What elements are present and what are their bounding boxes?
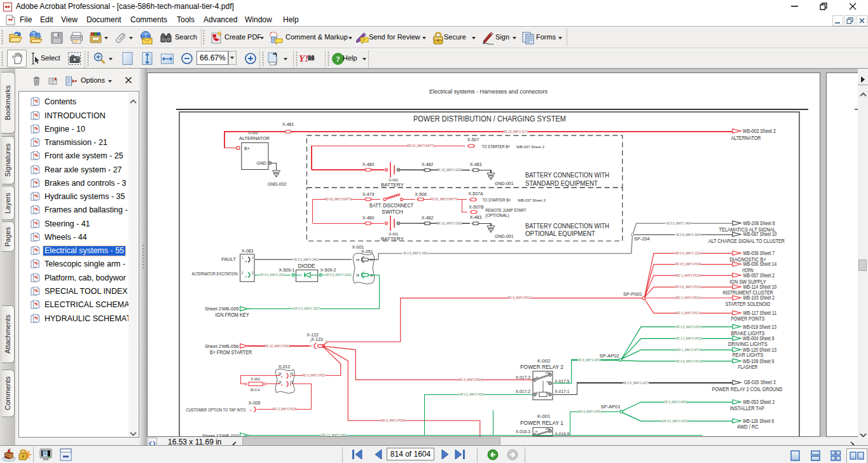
svg-text:ALTERNATOR: ALTERNATOR bbox=[731, 134, 761, 141]
svg-text:WB-019 Sheet 13: WB-019 Sheet 13 bbox=[743, 324, 776, 330]
svg-text:RD 32_MM^2 P002: RD 32_MM^2 P002 bbox=[265, 345, 290, 348]
svg-text:WB-010: WB-010 bbox=[221, 433, 238, 437]
svg-text:1: 1 bbox=[252, 256, 254, 259]
svg-text:X-005: X-005 bbox=[249, 401, 261, 405]
svg-text:X-479: X-479 bbox=[362, 192, 375, 197]
svg-text:RD 8_MM^2 P005: RD 8_MM^2 P005 bbox=[381, 419, 405, 422]
svg-text:87: 87 bbox=[547, 381, 549, 384]
svg-text:X-017-2: X-017-2 bbox=[516, 389, 531, 394]
svg-text:REMOTE JUMP START: REMOTE JUMP START bbox=[485, 208, 526, 212]
svg-text:30: 30 bbox=[535, 431, 538, 433]
svg-text:GND-001: GND-001 bbox=[495, 234, 514, 238]
svg-text:B+ FROM STARTER: B+ FROM STARTER bbox=[210, 349, 252, 356]
svg-text:OR 0.5_MM^2 4004: OR 0.5_MM^2 4004 bbox=[458, 393, 485, 396]
svg-text:RD 2_MM^2 P014: RD 2_MM^2 P014 bbox=[676, 296, 700, 300]
svg-text:TO STARTER B+: TO STARTER B+ bbox=[483, 198, 511, 202]
svg-text:WB-037 Sheet 2: WB-037 Sheet 2 bbox=[518, 198, 546, 202]
svg-text:OR 5_MM^2 AP52: OR 5_MM^2 AP52 bbox=[663, 401, 687, 404]
svg-text:SP-204: SP-204 bbox=[634, 236, 650, 242]
svg-text:OPTIONAL EQUIPMENT: OPTIONAL EQUIPMENT bbox=[525, 230, 596, 237]
svg-text:WB-067 Sheet 10: WB-067 Sheet 10 bbox=[743, 231, 777, 237]
svg-text:X-482: X-482 bbox=[422, 216, 434, 220]
svg-text:30.0 A: 30.0 A bbox=[250, 388, 260, 392]
svg-text:YE 0.5_MM^2 3402: YE 0.5_MM^2 3402 bbox=[403, 252, 429, 255]
svg-text:X-509-2: X-509-2 bbox=[320, 268, 336, 272]
svg-text:2: 2 bbox=[252, 272, 254, 275]
svg-text:X-017-1: X-017-1 bbox=[555, 389, 570, 394]
svg-text:BATT. DISCONNECT: BATT. DISCONNECT bbox=[369, 202, 413, 209]
svg-text:86: 86 bbox=[547, 392, 549, 394]
svg-text:GB-025 Sheet 3: GB-025 Sheet 3 bbox=[744, 379, 776, 385]
svg-text:X-480: X-480 bbox=[362, 162, 375, 167]
svg-text:BATTERY: BATTERY bbox=[381, 236, 404, 242]
svg-text:Y!: Y! bbox=[299, 53, 308, 64]
svg-text:IGN FROM KEY: IGN FROM KEY bbox=[216, 311, 249, 318]
svg-text:RD 8_MM^2 P010: RD 8_MM^2 P010 bbox=[507, 296, 532, 300]
svg-text:RD 19_MM^2 ALT1: RD 19_MM^2 ALT1 bbox=[503, 130, 528, 134]
svg-text:POWER RELAY 2 COIL GROUND: POWER RELAY 2 COIL GROUND bbox=[712, 385, 783, 392]
svg-text:X-122: X-122 bbox=[307, 333, 319, 337]
svg-text:X-012: X-012 bbox=[279, 364, 291, 369]
svg-text:': ' bbox=[257, 403, 258, 407]
svg-text:(OPTIONAL): (OPTIONAL) bbox=[485, 213, 509, 218]
svg-text:4WD / RC: 4WD / RC bbox=[737, 423, 759, 430]
svg-text:TO STARTER B+: TO STARTER B+ bbox=[482, 144, 511, 149]
svg-text:STANDARD EQUIPMENT: STANDARD EQUIPMENT bbox=[525, 179, 598, 187]
svg-text:OR 0.8_MM^2 AP23: OR 0.8_MM^2 AP23 bbox=[675, 360, 702, 363]
svg-text:X-083: X-083 bbox=[242, 249, 254, 253]
svg-text:OR 1.0_MM^2 AP32: OR 1.0_MM^2 AP32 bbox=[675, 337, 702, 340]
svg-text:RD 8_MM^2 P008: RD 8_MM^2 P008 bbox=[458, 378, 483, 382]
svg-text:ALTERNATOR EXCITATION: ALTERNATOR EXCITATION bbox=[192, 271, 238, 277]
svg-text:ALT CHARGE SIGNAL TO CLUSTER: ALT CHARGE SIGNAL TO CLUSTER bbox=[708, 237, 785, 244]
svg-text:STARTER SOLENOID: STARTER SOLENOID bbox=[726, 300, 771, 307]
svg-text:X-481: X-481 bbox=[282, 122, 294, 127]
svg-text:X-506: X-506 bbox=[415, 192, 427, 197]
svg-text:2: 2 bbox=[242, 272, 244, 275]
svg-text:X-051: X-051 bbox=[361, 249, 373, 254]
svg-text:INSTALLER TAP: INSTALLER TAP bbox=[730, 404, 764, 411]
svg-text:29: 29 bbox=[279, 381, 282, 384]
svg-text:BATTERY: BATTERY bbox=[381, 182, 404, 188]
svg-text:BATTERY CONNECTION WITH: BATTERY CONNECTION WITH bbox=[525, 171, 609, 179]
svg-text:POWER RELAY 2: POWER RELAY 2 bbox=[520, 363, 563, 370]
svg-text:87A: 87A bbox=[546, 372, 550, 375]
svg-text:WB-037 Sheet 2: WB-037 Sheet 2 bbox=[516, 145, 545, 149]
svg-text:OR 0.5_MM^2 4001: OR 0.5_MM^2 4001 bbox=[321, 434, 347, 436]
svg-text:POWER POINTS: POWER POINTS bbox=[731, 315, 764, 322]
svg-text:1: 1 bbox=[242, 256, 244, 259]
svg-text:': ' bbox=[249, 403, 249, 407]
svg-text:BK 32_MM^2 G002: BK 32_MM^2 G002 bbox=[437, 222, 462, 225]
svg-text:X-507: X-507 bbox=[467, 137, 479, 142]
svg-text:DIODE: DIODE bbox=[298, 263, 315, 269]
svg-text:YE 0.5_MM^2 3404: YE 0.5_MM^2 3404 bbox=[666, 222, 692, 225]
svg-text:RD 3_MM^2 P017: RD 3_MM^2 P017 bbox=[676, 312, 700, 315]
svg-text:?: ? bbox=[336, 54, 340, 64]
svg-text:FLASHER: FLASHER bbox=[738, 363, 758, 370]
svg-text:X-482: X-482 bbox=[422, 162, 434, 167]
svg-text:POWER RELAY 1: POWER RELAY 1 bbox=[520, 419, 563, 426]
svg-text:87A: 87A bbox=[546, 428, 550, 431]
svg-text:RD 62_MM^2 BATT3: RD 62_MM^2 BATT3 bbox=[430, 198, 458, 201]
svg-text:85: 85 bbox=[536, 392, 539, 394]
svg-text:YE 0.5_MM^2 3401: YE 0.5_MM^2 3401 bbox=[293, 258, 319, 261]
svg-text:OR 0.5_MM^2 1501: OR 0.5_MM^2 1501 bbox=[259, 273, 286, 277]
svg-text:SP-P001: SP-P001 bbox=[623, 291, 642, 297]
svg-text:X-483: X-483 bbox=[470, 215, 482, 219]
svg-text:ALTERNATOR: ALTERNATOR bbox=[239, 135, 270, 141]
svg-text:CUSTOMER OPTION TO TAP INTO: CUSTOMER OPTION TO TAP INTO bbox=[186, 407, 245, 413]
svg-text:OR 0.5_MM^2 AP03: OR 0.5_MM^2 AP03 bbox=[662, 420, 689, 423]
svg-text:F-001: F-001 bbox=[251, 377, 260, 381]
svg-text:SP-AP01: SP-AP01 bbox=[601, 404, 621, 410]
svg-text:X-123: X-123 bbox=[311, 337, 323, 342]
svg-text:X-507B: X-507B bbox=[469, 205, 484, 209]
svg-text:OR 8_MM^2 AP15: OR 8_MM^2 AP15 bbox=[577, 359, 602, 362]
svg-text:RD 0.5_MM^2 1019: RD 0.5_MM^2 1019 bbox=[675, 252, 701, 255]
svg-text:RD 3_MM^2 P028: RD 3_MM^2 P028 bbox=[273, 408, 297, 411]
svg-text:BK 32_MM^2 G002: BK 32_MM^2 G002 bbox=[437, 169, 462, 172]
svg-text:RD 3_MM^2 P027: RD 3_MM^2 P027 bbox=[302, 374, 326, 377]
svg-text:30: 30 bbox=[536, 377, 539, 379]
svg-text:GND-002: GND-002 bbox=[268, 182, 287, 186]
svg-text:X-480: X-480 bbox=[362, 216, 375, 220]
svg-text:GND-001: GND-001 bbox=[495, 181, 514, 186]
svg-text:OR 0.5_MM^2 AP31: OR 0.5_MM^2 AP31 bbox=[675, 326, 702, 329]
